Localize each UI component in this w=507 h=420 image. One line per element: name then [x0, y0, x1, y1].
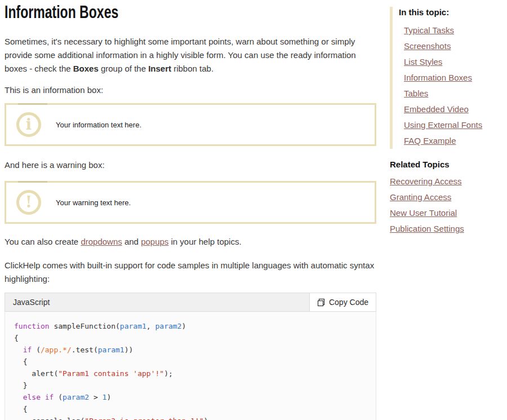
bold-text: Boxes: [73, 64, 99, 73]
sidebar-link-information-boxes[interactable]: Information Boxes: [404, 70, 505, 86]
related-topics-section: Related Topics Recovering AccessGranting…: [390, 159, 505, 237]
code-line: console.log("Param2 is greater than 1!")…: [14, 415, 376, 420]
code-line: function sampleFunction(param1, param2): [14, 320, 376, 332]
code-header: JavaScript Copy Code: [5, 293, 376, 312]
text-segment: group of the: [99, 64, 148, 73]
warning-icon: !: [16, 190, 41, 215]
in-this-topic-section: In this topic: Typical TasksScreenshotsL…: [390, 7, 505, 149]
code-line: {: [14, 356, 376, 368]
code-line: else if (param2 > 1): [14, 391, 376, 403]
sidebar-link-tables[interactable]: Tables: [404, 86, 505, 101]
sidebar-link-recovering-access[interactable]: Recovering Access: [390, 174, 505, 189]
sidebar-link-granting-access[interactable]: Granting Access: [390, 189, 505, 205]
code-line: {: [14, 403, 376, 415]
info-box-text: Your information text here.: [56, 121, 141, 129]
related-topics-links: Recovering AccessGranting AccessNew User…: [390, 174, 505, 237]
related-topics-heading: Related Topics: [390, 159, 505, 170]
sidebar-link-new-user-tutorial[interactable]: New User Tutorial: [390, 205, 505, 221]
inline-link-dropdowns[interactable]: dropdowns: [81, 237, 122, 246]
page-title: Information Boxes: [5, 2, 272, 21]
inline-link-popups[interactable]: popups: [141, 237, 168, 246]
info-box-lead: This is an information box:: [5, 85, 376, 96]
text-segment: and: [122, 237, 141, 246]
sidebar-link-list-styles[interactable]: List Styles: [404, 54, 505, 70]
in-this-topic-links: Typical TasksScreenshotsList StylesInfor…: [399, 23, 505, 149]
code-line: if (/app.*/.test(param1)): [14, 344, 376, 356]
information-box: i Your information text here.: [5, 103, 376, 146]
code-line: {: [14, 332, 376, 344]
text-segment: You can also create: [5, 237, 81, 246]
code-sample-block: JavaScript Copy Code function sampleFunc…: [5, 293, 376, 420]
warning-box: ! Your warning text here.: [5, 181, 376, 224]
code-intro-paragraph: ClickHelp comes with built-in support fo…: [5, 259, 376, 286]
bold-text: Insert: [148, 64, 171, 73]
sidebar-link-using-external-fonts[interactable]: Using External Fonts: [404, 117, 505, 133]
dropdowns-popups-line: You can also create dropdowns and popups…: [5, 236, 376, 247]
copy-code-label: Copy Code: [329, 298, 368, 307]
warning-box-text: Your warning text here.: [56, 198, 131, 207]
text-segment: ribbon tab.: [171, 64, 214, 73]
sidebar-link-faq-example[interactable]: FAQ Example: [404, 133, 505, 149]
intro-paragraph: Sometimes, it's necessary to highlight s…: [5, 35, 376, 76]
in-this-topic-heading: In this topic:: [399, 7, 505, 18]
code-language-label: JavaScript: [5, 293, 309, 311]
sidebar-link-typical-tasks[interactable]: Typical Tasks: [404, 23, 505, 38]
sidebar-link-screenshots[interactable]: Screenshots: [404, 38, 505, 54]
copy-code-button[interactable]: Copy Code: [309, 293, 376, 311]
sidebar: In this topic: Typical TasksScreenshotsL…: [390, 7, 505, 237]
code-line: alert("Param1 contains 'app'!");: [14, 368, 376, 379]
copy-icon: [317, 298, 325, 307]
code-body[interactable]: function sampleFunction(param1, param2){…: [5, 312, 376, 420]
text-segment: in your help topics.: [168, 237, 241, 246]
sidebar-link-embedded-video[interactable]: Embedded Video: [404, 101, 505, 117]
code-line: }: [14, 379, 376, 391]
warning-box-lead: And here is a warning box:: [5, 160, 376, 171]
info-icon: i: [16, 112, 41, 137]
sidebar-link-publication-settings[interactable]: Publication Settings: [390, 221, 505, 237]
main-content: Information Boxes Sometimes, it's necess…: [5, 0, 376, 420]
